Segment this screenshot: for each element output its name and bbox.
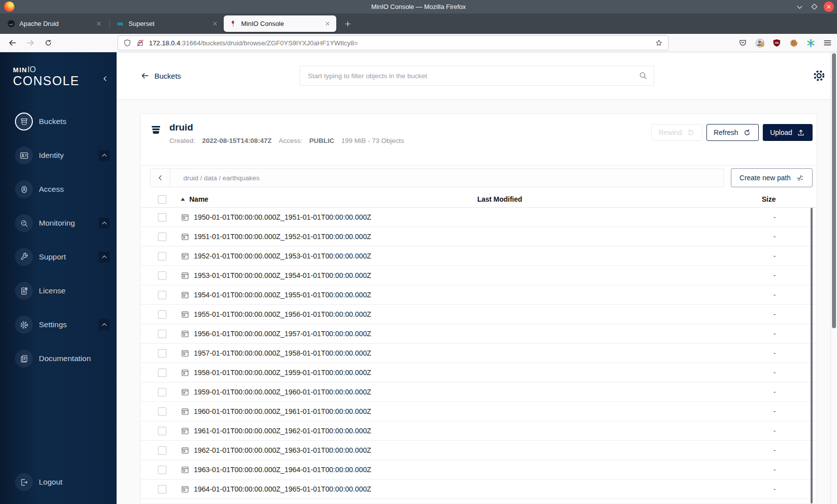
bookmark-star-icon[interactable]: [655, 39, 663, 47]
collapse-caret-icon[interactable]: [99, 252, 110, 262]
insecure-lock-icon[interactable]: [136, 39, 144, 47]
row-checkbox[interactable]: [158, 427, 166, 435]
shield-permissions-icon[interactable]: [123, 39, 132, 47]
tab-superset[interactable]: ∞ Superset: [111, 15, 224, 32]
page-scrollbar-thumb[interactable]: [832, 53, 836, 328]
row-checkbox[interactable]: [158, 291, 166, 299]
row-checkbox[interactable]: [158, 271, 166, 280]
logout-icon: [19, 478, 29, 487]
path-back-chevron[interactable]: [150, 169, 170, 187]
maximize-button[interactable]: [809, 2, 819, 12]
rewind-button[interactable]: Rewind: [651, 124, 702, 141]
bucket-icon: [150, 124, 162, 136]
sidebar-item-logout[interactable]: Logout: [0, 465, 117, 499]
sidebar-item-buckets[interactable]: Buckets: [0, 105, 117, 138]
account-icon[interactable]: [754, 37, 765, 48]
row-checkbox[interactable]: [158, 213, 166, 222]
access-icon: [19, 185, 29, 194]
table-row[interactable]: 1954-01-01T00:00:00.000Z_1955-01-01T00:0…: [141, 285, 817, 305]
sidebar-item-settings[interactable]: Settings: [0, 308, 117, 342]
object-list: 1950-01-01T00:00:00.000Z_1951-01-01T00:0…: [141, 208, 817, 499]
column-header-size[interactable]: Size: [629, 195, 782, 203]
row-checkbox[interactable]: [158, 485, 166, 494]
search-input[interactable]: [299, 66, 654, 86]
select-all-checkbox[interactable]: [158, 195, 166, 204]
sidebar-collapse-icon[interactable]: [102, 75, 109, 82]
bucket-stats: 199 MiB - 73 Objects: [341, 137, 404, 144]
object-file-icon: [181, 466, 189, 474]
table-row[interactable]: 1961-01-01T00:00:00.000Z_1962-01-01T00:0…: [141, 421, 817, 441]
sidebar-item-documentation[interactable]: Documentation: [0, 342, 117, 376]
minimize-button[interactable]: [795, 2, 805, 12]
bucket-icon: [19, 117, 29, 126]
reload-button[interactable]: [41, 36, 56, 50]
row-checkbox[interactable]: [158, 252, 166, 260]
table-row[interactable]: 1956-01-01T00:00:00.000Z_1957-01-01T00:0…: [141, 324, 817, 344]
create-path-icon: [796, 174, 804, 182]
identity-icon: [19, 151, 29, 160]
row-checkbox[interactable]: [158, 330, 166, 338]
tab-close-icon[interactable]: [322, 19, 332, 29]
sidebar-item-access[interactable]: Access: [0, 172, 117, 206]
extension-asterisk-icon[interactable]: [805, 37, 816, 48]
cookie-icon[interactable]: [788, 37, 799, 48]
row-checkbox[interactable]: [158, 466, 166, 474]
table-row[interactable]: 1950-01-01T00:00:00.000Z_1951-01-01T00:0…: [141, 208, 817, 227]
menu-hamburger-icon[interactable]: [822, 37, 833, 48]
ublock-icon[interactable]: UO: [771, 37, 782, 48]
column-header-name[interactable]: Name: [181, 195, 370, 203]
tab-minio-console[interactable]: MinIO Console: [224, 15, 336, 32]
table-row[interactable]: 1951-01-01T00:00:00.000Z_1952-01-01T00:0…: [141, 227, 817, 247]
sidebar-item-license[interactable]: License: [0, 274, 117, 308]
sidebar-item-monitoring[interactable]: Monitoring: [0, 206, 117, 240]
sidebar-item-support[interactable]: Support: [0, 240, 117, 274]
pocket-icon[interactable]: [737, 37, 748, 48]
refresh-button[interactable]: Refresh: [706, 124, 759, 141]
create-new-path-button[interactable]: Create new path: [731, 168, 813, 187]
row-checkbox[interactable]: [158, 388, 166, 396]
collapse-caret-icon[interactable]: [99, 218, 110, 229]
table-row[interactable]: 1963-01-01T00:00:00.000Z_1964-01-01T00:0…: [141, 460, 817, 480]
close-button[interactable]: [824, 1, 834, 12]
page-scrollbar[interactable]: [831, 52, 837, 504]
collapse-caret-icon[interactable]: [99, 150, 110, 161]
created-value: 2022-08-15T14:08:47Z: [202, 137, 272, 144]
table-row[interactable]: 1959-01-01T00:00:00.000Z_1960-01-01T00:0…: [141, 382, 817, 402]
row-checkbox[interactable]: [158, 407, 166, 416]
upload-button[interactable]: Upload: [763, 124, 813, 141]
table-row[interactable]: 1955-01-01T00:00:00.000Z_1956-01-01T00:0…: [141, 305, 817, 324]
table-scrollbar[interactable]: [811, 208, 813, 504]
table-row[interactable]: 1952-01-01T00:00:00.000Z_1953-01-01T00:0…: [141, 247, 817, 266]
collapse-caret-icon[interactable]: [99, 319, 110, 330]
url-bar[interactable]: 172.18.0.4:31664/buckets/druid/browse/ZG…: [118, 35, 669, 50]
table-row[interactable]: 1957-01-01T00:00:00.000Z_1958-01-01T00:0…: [141, 344, 817, 363]
row-checkbox[interactable]: [158, 369, 166, 377]
forward-button[interactable]: [23, 36, 38, 50]
sidebar-item-identity[interactable]: Identity: [0, 138, 117, 172]
column-header-last-modified[interactable]: Last Modified: [370, 195, 629, 203]
table-header: Name Last Modified Size: [141, 191, 817, 208]
new-tab-button[interactable]: [340, 16, 355, 31]
breadcrumb[interactable]: druid / data / earthquakes: [170, 174, 260, 182]
table-row[interactable]: 1953-01-01T00:00:00.000Z_1954-01-01T00:0…: [141, 266, 817, 285]
settings-gear-icon[interactable]: [812, 69, 826, 83]
row-checkbox[interactable]: [158, 446, 166, 455]
druid-favicon: [7, 19, 15, 28]
table-row[interactable]: 1958-01-01T00:00:00.000Z_1959-01-01T00:0…: [141, 363, 817, 382]
url-text: 172.18.0.4:31664/buckets/druid/browse/ZG…: [149, 39, 358, 47]
row-checkbox[interactable]: [158, 349, 166, 358]
row-checkbox[interactable]: [158, 233, 166, 241]
settings-icon: [19, 320, 29, 330]
object-file-icon: [181, 427, 189, 435]
object-file-icon: [181, 252, 189, 260]
table-row[interactable]: 1964-01-01T00:00:00.000Z_1965-01-01T00:0…: [141, 480, 817, 499]
back-button[interactable]: [5, 36, 20, 50]
tab-close-icon[interactable]: [94, 19, 104, 29]
back-to-buckets-link[interactable]: Buckets: [140, 71, 181, 80]
tab-apache-druid[interactable]: Apache Druid: [2, 15, 108, 32]
tab-close-icon[interactable]: [210, 19, 220, 29]
row-checkbox[interactable]: [158, 310, 166, 319]
table-row[interactable]: 1962-01-01T00:00:00.000Z_1963-01-01T00:0…: [141, 441, 817, 460]
object-file-icon: [181, 330, 189, 338]
table-row[interactable]: 1960-01-01T00:00:00.000Z_1961-01-01T00:0…: [141, 402, 817, 421]
